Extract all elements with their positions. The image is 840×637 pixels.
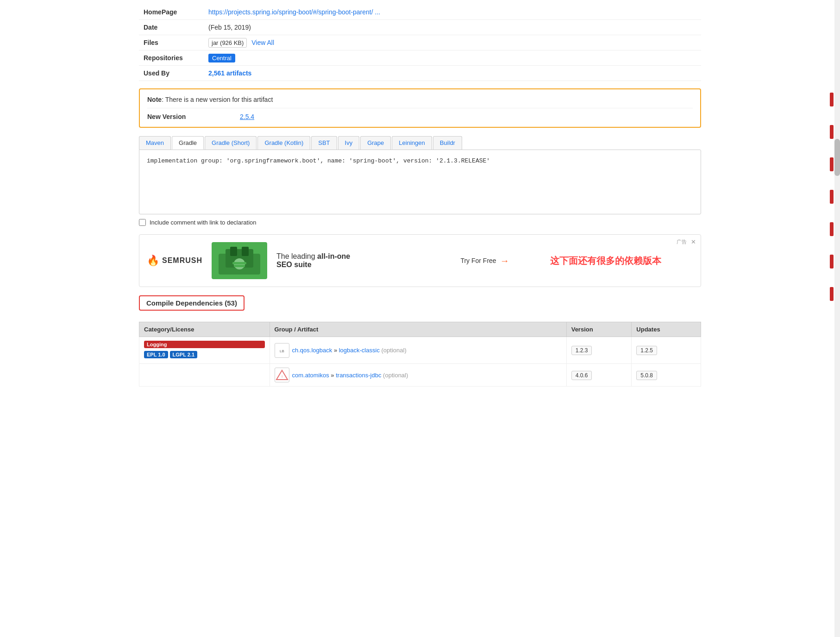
version-badge: 1.2.3 bbox=[571, 346, 592, 355]
updates-badge: 1.2.5 bbox=[636, 346, 657, 355]
note-text: Note: There is a new version for this ar… bbox=[147, 96, 693, 103]
central-badge: Central bbox=[208, 54, 235, 62]
tab-leiningen[interactable]: Leiningen bbox=[392, 136, 432, 150]
ad-headline-suffix: SEO suite bbox=[276, 261, 312, 269]
version-cell: 4.0.6 bbox=[566, 364, 632, 387]
ad-headline-prefix: The leading bbox=[276, 252, 317, 260]
col-category: Category/License bbox=[139, 322, 270, 337]
logback-icon: LB bbox=[275, 343, 289, 358]
used-by-link[interactable]: 2,561 artifacts bbox=[208, 69, 251, 77]
code-box: implementation group: 'org.springframewo… bbox=[139, 150, 701, 214]
col-version: Version bbox=[566, 322, 632, 337]
ad-cta[interactable]: Try For Free → bbox=[460, 256, 509, 266]
ad-image bbox=[212, 242, 267, 279]
tab-ivy[interactable]: Ivy bbox=[338, 136, 360, 150]
files-label: Files bbox=[139, 35, 204, 50]
svg-text:!: ! bbox=[281, 375, 282, 379]
artifact-group-link[interactable]: ch.qos.logback bbox=[292, 347, 332, 354]
logging-badge: Logging bbox=[144, 341, 265, 348]
deps-table: Category/License Group / Artifact Versio… bbox=[139, 322, 701, 387]
right-indicator bbox=[830, 222, 834, 236]
right-indicator bbox=[830, 125, 834, 139]
right-indicator bbox=[830, 93, 834, 106]
right-indicator bbox=[830, 255, 834, 269]
repositories-label: Repositories bbox=[139, 50, 204, 66]
homepage-link[interactable]: https://projects.spring.io/spring-boot/#… bbox=[208, 8, 380, 16]
artifact-name-link[interactable]: logback-classic bbox=[339, 347, 380, 354]
artifact-name-link[interactable]: transactions-jdbc bbox=[336, 372, 381, 379]
col-artifact: Group / Artifact bbox=[270, 322, 566, 337]
ad-label: 广告 bbox=[677, 238, 687, 245]
category-cell: Logging EPL 1.0 LGPL 2.1 bbox=[139, 337, 270, 364]
note-body: : There is a new version for this artifa… bbox=[162, 96, 273, 103]
scrollbar-thumb[interactable] bbox=[834, 139, 840, 176]
svg-rect-6 bbox=[234, 265, 245, 267]
ad-box: 广告 ✕ 🔥 SEMRUSH The leading all-in-one SE… bbox=[139, 234, 701, 287]
ad-logo-text: SEMRUSH bbox=[162, 256, 202, 265]
checkbox-row: Include comment with link to declaration bbox=[139, 219, 701, 226]
tabs-row: Maven Gradle Gradle (Short) Gradle (Kotl… bbox=[139, 136, 701, 150]
files-view-all-link[interactable]: View All bbox=[251, 39, 274, 46]
ad-cta-text: Try For Free bbox=[460, 257, 496, 264]
ad-chinese-note: 这下面还有很多的依赖版本 bbox=[519, 255, 693, 267]
updates-badge: 5.0.8 bbox=[636, 371, 657, 380]
version-cell: 1.2.3 bbox=[566, 337, 632, 364]
right-indicator bbox=[830, 190, 834, 204]
tab-gradle[interactable]: Gradle bbox=[172, 136, 204, 150]
tab-gradle-short[interactable]: Gradle (Short) bbox=[205, 136, 257, 150]
table-row: ! com.atomikos » transactions-jdbc (opti… bbox=[139, 364, 701, 387]
svg-rect-5 bbox=[232, 262, 246, 264]
note-version-row: New Version 2.5.4 bbox=[147, 108, 693, 120]
updates-cell: 1.2.5 bbox=[632, 337, 701, 364]
col-updates: Updates bbox=[632, 322, 701, 337]
note-version-label: New Version bbox=[147, 113, 240, 120]
note-box: Note: There is a new version for this ar… bbox=[139, 88, 701, 128]
epl-badge: EPL 1.0 bbox=[144, 351, 168, 358]
artifact-cell: LB ch.qos.logback » logback-classic (opt… bbox=[270, 337, 566, 364]
lgpl-badge: LGPL 2.1 bbox=[170, 351, 197, 358]
files-jar-badge: jar (926 KB) bbox=[208, 38, 247, 48]
tab-gradle-kotlin[interactable]: Gradle (Kotlin) bbox=[257, 136, 310, 150]
ad-close-button[interactable]: ✕ bbox=[691, 238, 696, 245]
semrush-icon: 🔥 bbox=[147, 255, 159, 267]
used-by-label: Used By bbox=[139, 66, 204, 81]
table-row: Logging EPL 1.0 LGPL 2.1 LB ch.qos.logb bbox=[139, 337, 701, 364]
right-indicator bbox=[830, 287, 834, 301]
atomikos-icon: ! bbox=[275, 368, 289, 382]
info-table: HomePage https://projects.spring.io/spri… bbox=[139, 5, 701, 81]
comment-label[interactable]: Include comment with link to declaration bbox=[150, 219, 257, 226]
tab-maven[interactable]: Maven bbox=[139, 136, 171, 150]
right-indicator bbox=[830, 157, 834, 171]
artifact-cell: ! com.atomikos » transactions-jdbc (opti… bbox=[270, 364, 566, 387]
artifact-sep: » bbox=[334, 347, 339, 354]
homepage-label: HomePage bbox=[139, 5, 204, 20]
comment-checkbox[interactable] bbox=[139, 219, 146, 226]
category-cell bbox=[139, 364, 270, 387]
artifact-sep: » bbox=[331, 372, 336, 379]
updates-cell: 5.0.8 bbox=[632, 364, 701, 387]
artifact-note: (optional) bbox=[382, 347, 407, 354]
date-label: Date bbox=[139, 20, 204, 35]
ad-headline-bold: all-in-one bbox=[317, 252, 350, 260]
tab-buildr[interactable]: Buildr bbox=[433, 136, 462, 150]
ad-cta-arrow-icon: → bbox=[500, 256, 509, 266]
tab-grape[interactable]: Grape bbox=[360, 136, 391, 150]
ad-logo: 🔥 SEMRUSH bbox=[147, 255, 202, 267]
right-indicators bbox=[830, 93, 834, 301]
scrollbar[interactable] bbox=[834, 0, 840, 391]
ad-content: The leading all-in-one SEO suite bbox=[276, 252, 451, 269]
tab-sbt[interactable]: SBT bbox=[311, 136, 337, 150]
artifact-note: (optional) bbox=[383, 372, 408, 379]
note-version-value[interactable]: 2.5.4 bbox=[240, 113, 254, 120]
svg-text:LB: LB bbox=[280, 349, 284, 353]
note-prefix: Note bbox=[147, 96, 162, 103]
date-value: (Feb 15, 2019) bbox=[204, 20, 701, 35]
artifact-group-link[interactable]: com.atomikos bbox=[292, 372, 329, 379]
svg-rect-3 bbox=[242, 247, 249, 256]
compile-header: Compile Dependencies (53) bbox=[139, 295, 244, 311]
svg-rect-2 bbox=[230, 247, 237, 256]
version-badge: 4.0.6 bbox=[571, 371, 592, 380]
